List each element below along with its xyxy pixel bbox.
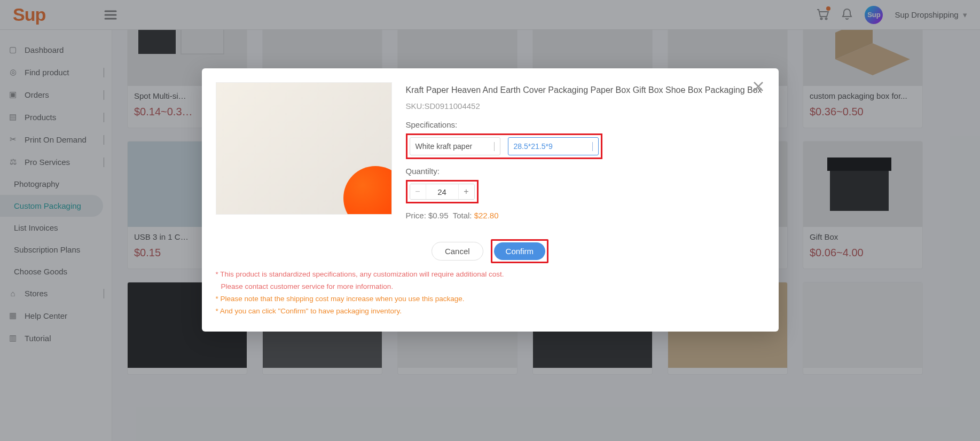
price-line: Price: $0.95 Total: $22.80	[406, 211, 765, 220]
qty-increment-button[interactable]: +	[458, 184, 474, 199]
sku-value: SD0911004452	[425, 101, 480, 111]
price-value: $0.95	[428, 211, 449, 220]
chevron-down-icon	[592, 142, 593, 151]
spec-size-select[interactable]: 28.5*21.5*9	[508, 137, 599, 155]
modal-product-title: Kraft Paper Heaven And Earth Cover Packa…	[406, 85, 765, 95]
chevron-down-icon	[494, 142, 495, 151]
qty-input[interactable]	[426, 184, 458, 199]
modal-notes: * This product is standardized specifica…	[216, 269, 765, 318]
qty-label: Quantilty:	[406, 167, 765, 176]
sku-label: SKU:	[406, 101, 425, 111]
note-line: * This product is standardized specifica…	[216, 269, 765, 281]
spec-material-select[interactable]: White kraft paper	[410, 137, 500, 155]
close-icon[interactable]	[752, 80, 765, 95]
total-label: Total:	[453, 211, 472, 220]
price-label: Price:	[406, 211, 426, 220]
total-value: $22.80	[474, 211, 499, 220]
modal-product-image	[216, 82, 392, 215]
confirm-button[interactable]: Confirm	[494, 242, 546, 260]
quantity-stepper: − +	[410, 184, 475, 200]
select-value: 28.5*21.5*9	[514, 142, 553, 151]
modal-sku: SKU:SD0911004452	[406, 101, 765, 111]
note-line: * Please note that the shipping cost may…	[216, 293, 765, 305]
spec-highlight-box: White kraft paper 28.5*21.5*9	[406, 133, 602, 159]
qty-decrement-button[interactable]: −	[410, 184, 426, 199]
qty-highlight-box: − +	[406, 180, 479, 203]
confirm-highlight-box: Confirm	[491, 239, 549, 263]
select-value: White kraft paper	[415, 142, 473, 151]
modal-overlay: Kraft Paper Heaven And Earth Cover Packa…	[0, 0, 980, 441]
product-modal: Kraft Paper Heaven And Earth Cover Packa…	[202, 68, 779, 332]
note-line: Please contact customer service for more…	[216, 281, 765, 293]
spec-label: Specifications:	[406, 120, 765, 129]
cancel-button[interactable]: Cancel	[432, 242, 483, 261]
note-line: * And you can click "Confirm" to have pa…	[216, 305, 765, 318]
